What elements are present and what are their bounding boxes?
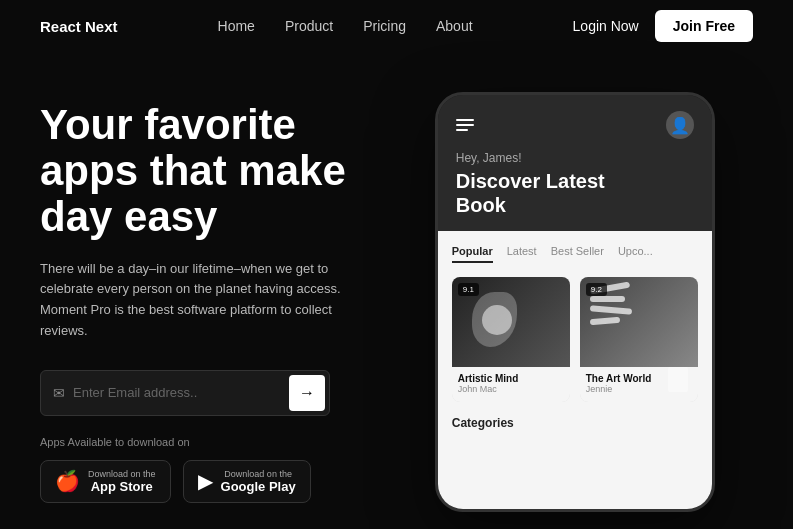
phone-body: Popular Latest Best Seller Upco... 9.1: [438, 231, 712, 512]
submit-email-button[interactable]: →: [289, 375, 325, 411]
nav-actions: Login Now Join Free: [573, 10, 753, 42]
email-form: ✉ →: [40, 370, 330, 416]
phone-greeting: Hey, James!: [456, 151, 694, 165]
email-icon: ✉: [53, 385, 65, 401]
phone-headline: Discover Latest Book: [456, 169, 694, 217]
books-grid: 9.1 Artistic Mind John Mac: [452, 277, 698, 402]
googleplay-large-label: Google Play: [221, 479, 296, 494]
hero-left: Your favorite apps that make day easy Th…: [40, 92, 397, 503]
apple-icon: 🍎: [55, 469, 80, 493]
hero-right: 👤 Hey, James! Discover Latest Book Popul…: [397, 92, 754, 512]
tab-upcoming[interactable]: Upco...: [618, 245, 653, 263]
navbar: React Next Home Product Pricing About Lo…: [0, 0, 793, 52]
apps-label: Apps Available to download on: [40, 436, 397, 448]
play-icon: ▶: [198, 469, 213, 493]
nav-product[interactable]: Product: [285, 18, 333, 34]
hero-subtext: There will be a day–in our lifetime–when…: [40, 259, 360, 342]
phone-mockup: 👤 Hey, James! Discover Latest Book Popul…: [435, 92, 715, 512]
tab-latest[interactable]: Latest: [507, 245, 537, 263]
categories-label: Categories: [452, 416, 698, 430]
phone-top: 👤 Hey, James! Discover Latest Book: [438, 95, 712, 231]
googleplay-small-label: Download on the: [221, 469, 296, 479]
tab-bestseller[interactable]: Best Seller: [551, 245, 604, 263]
appstore-large-label: App Store: [88, 479, 156, 494]
book-title-1: Artistic Mind: [458, 373, 564, 384]
nav-home[interactable]: Home: [218, 18, 255, 34]
login-button[interactable]: Login Now: [573, 18, 639, 34]
brand-logo: React Next: [40, 18, 118, 35]
book-rating-1: 9.1: [458, 283, 479, 296]
tabs: Popular Latest Best Seller Upco...: [452, 245, 698, 263]
book-rating-2: 9.2: [586, 283, 607, 296]
avatar: 👤: [666, 111, 694, 139]
appstore-small-label: Download on the: [88, 469, 156, 479]
book-card-2: 9.2 The Art World Jennie: [580, 277, 698, 402]
book-author-1: John Mac: [458, 384, 564, 394]
hamburger-icon[interactable]: [456, 119, 474, 131]
googleplay-button[interactable]: ▶ Download on the Google Play: [183, 460, 311, 503]
tab-popular[interactable]: Popular: [452, 245, 493, 263]
hero-headline: Your favorite apps that make day easy: [40, 102, 397, 241]
store-buttons: 🍎 Download on the App Store ▶ Download o…: [40, 460, 397, 503]
appstore-button[interactable]: 🍎 Download on the App Store: [40, 460, 171, 503]
email-input[interactable]: [73, 385, 289, 400]
main-content: Your favorite apps that make day easy Th…: [0, 52, 793, 529]
join-button[interactable]: Join Free: [655, 10, 753, 42]
nav-links: Home Product Pricing About: [218, 17, 473, 35]
nav-about[interactable]: About: [436, 18, 473, 34]
nav-pricing[interactable]: Pricing: [363, 18, 406, 34]
book-card-1: 9.1 Artistic Mind John Mac: [452, 277, 570, 402]
